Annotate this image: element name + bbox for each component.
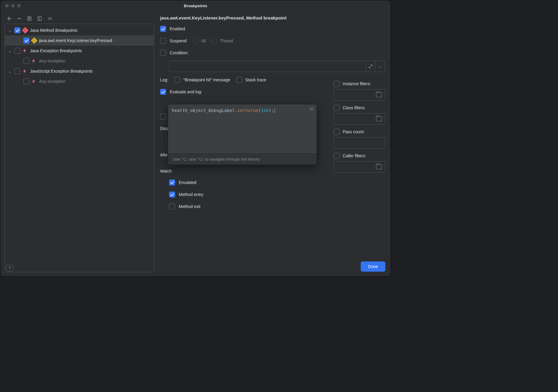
remove-once-hit-checkbox[interactable]	[160, 113, 166, 119]
suspend-field: Suspend: All Thread	[160, 37, 387, 45]
code-dot: .	[235, 108, 238, 113]
log-hit-label: "Breakpoint hit" message	[183, 77, 230, 82]
browse-icon[interactable]	[376, 116, 382, 121]
group-checkbox[interactable]	[14, 68, 20, 74]
method-breakpoint-verified-icon	[31, 37, 38, 44]
condition-input[interactable]: ⌄	[169, 61, 385, 72]
group-label: Java Method Breakpoints	[30, 28, 77, 33]
emulated-checkbox[interactable]	[169, 179, 175, 185]
evaluate-expression-editor[interactable]: health_object_DebugLabel.setValue(100); …	[168, 104, 317, 165]
group-label: JavaScript Exception Breakpoints	[30, 69, 93, 74]
tree-item[interactable]: Any exception	[5, 76, 154, 86]
suspend-all-radio[interactable]	[193, 38, 199, 44]
instance-filters-checkbox[interactable]	[334, 81, 340, 87]
instance-filters-label: Instance filters:	[343, 81, 371, 86]
log-stack-label: Stack trace	[245, 77, 266, 82]
caller-filters-input[interactable]	[334, 161, 385, 173]
item-label: Any exception	[39, 59, 65, 63]
breakpoint-toolbar	[5, 15, 154, 24]
remove-breakpoint-button[interactable]	[17, 16, 22, 21]
method-exit-checkbox[interactable]	[169, 204, 175, 210]
chevron-down-icon[interactable]: ⌄	[8, 28, 12, 33]
condition-history-dropdown[interactable]: ⌄	[375, 61, 384, 72]
caller-filters-label: Caller filters:	[343, 153, 366, 158]
code-semicolon: ;	[271, 108, 274, 113]
titlebar: Breakpoints	[0, 0, 391, 11]
suspend-checkbox[interactable]	[160, 38, 166, 44]
caller-filters-checkbox[interactable]	[334, 153, 340, 159]
exception-breakpoint-icon	[23, 69, 28, 74]
method-exit-label: Method exit	[179, 204, 200, 209]
tree-group[interactable]: ⌄ Java Exception Breakpoints	[5, 46, 154, 56]
tree-group[interactable]: ⌄ Java Method Breakpoints	[5, 25, 154, 35]
pass-count-checkbox[interactable]	[334, 129, 340, 135]
group-checkbox[interactable]	[14, 48, 20, 54]
code-paren-close: )	[269, 108, 271, 113]
condition-field: Condition:	[160, 49, 387, 57]
log-stack-checkbox[interactable]	[236, 77, 242, 83]
pass-count-input[interactable]	[334, 137, 385, 149]
add-breakpoint-button[interactable]	[6, 16, 12, 21]
breakpoint-tree: ⌄ Java Method Breakpoints java.awt.event…	[5, 24, 154, 272]
browse-icon[interactable]	[376, 92, 382, 97]
tree-item[interactable]: java.awt.event.KeyListener.keyPressed	[5, 35, 154, 46]
window-controls	[5, 4, 21, 8]
chevron-down-icon[interactable]: ⌄	[8, 69, 12, 74]
evaluate-log-checkbox[interactable]	[160, 89, 166, 95]
svg-rect-1	[38, 17, 41, 20]
enabled-field: Enabled	[160, 25, 387, 33]
instance-filters-input[interactable]	[334, 89, 385, 101]
class-filters-label: Class filters:	[343, 105, 365, 110]
item-label: java.awt.event.KeyListener.keyPressed	[39, 38, 112, 43]
item-checkbox[interactable]	[23, 78, 29, 84]
method-entry-checkbox[interactable]	[169, 191, 175, 198]
view-breakpoints-button[interactable]	[47, 16, 53, 21]
group-by-file-button[interactable]	[27, 16, 32, 21]
editor-cursor	[274, 108, 275, 113]
code-method: setValue	[237, 108, 258, 113]
done-button[interactable]: Done	[361, 261, 385, 272]
code-identifier: health_object_DebugLabel	[172, 108, 235, 113]
evaluate-log-label: Evaluate and log:	[170, 89, 202, 94]
group-by-package-button[interactable]	[37, 16, 42, 21]
tree-item[interactable]: Any exception	[5, 56, 154, 66]
enabled-checkbox[interactable]	[160, 26, 166, 32]
class-filters-checkbox[interactable]	[334, 105, 340, 111]
condition-label: Condition:	[170, 50, 189, 55]
log-hit-checkbox[interactable]	[174, 77, 180, 83]
condition-checkbox[interactable]	[160, 50, 166, 56]
exception-breakpoint-icon	[32, 59, 37, 63]
item-checkbox[interactable]	[23, 38, 29, 44]
item-checkbox[interactable]	[23, 58, 29, 64]
emulated-field: Emulated	[160, 178, 387, 187]
editor-hint: Use ⌥↓ and ⌥↑ to navigate through the hi…	[168, 153, 317, 164]
minimize-window-button[interactable]	[11, 4, 15, 8]
disable-until-label: Disa	[160, 126, 168, 131]
exception-breakpoint-icon	[32, 79, 37, 84]
panel-title: java.awt.event.KeyListener.keyPressed, M…	[160, 15, 387, 20]
method-breakpoint-icon	[22, 27, 29, 34]
expand-condition-icon[interactable]	[366, 61, 375, 72]
suspend-all-label: All	[201, 38, 206, 43]
group-checkbox[interactable]	[14, 27, 20, 33]
breakpoint-details-panel: java.awt.event.KeyListener.keyPressed, M…	[158, 15, 387, 272]
exception-breakpoint-icon	[23, 48, 28, 53]
tree-group[interactable]: ⌄ JavaScript Exception Breakpoints	[5, 66, 154, 76]
breakpoints-dialog: Breakpoints	[0, 0, 391, 277]
class-filters-input[interactable]	[334, 113, 385, 125]
collapse-editor-icon[interactable]	[309, 107, 314, 111]
method-exit-field: Method exit	[160, 202, 387, 211]
method-entry-label: Method entry	[179, 192, 203, 197]
zoom-window-button[interactable]	[17, 4, 21, 8]
browse-icon[interactable]	[376, 164, 382, 169]
method-entry-field: Method entry	[160, 190, 387, 199]
help-button[interactable]: ?	[6, 264, 14, 272]
suspend-thread-label: Thread	[220, 38, 233, 43]
close-window-button[interactable]	[5, 4, 9, 8]
emulated-label: Emulated	[179, 180, 196, 185]
suspend-thread-radio[interactable]	[211, 38, 217, 44]
chevron-down-icon[interactable]: ⌄	[8, 48, 12, 53]
log-label: Log:	[160, 77, 168, 82]
group-label: Java Exception Breakpoints	[30, 48, 82, 53]
svg-point-2	[49, 18, 51, 20]
